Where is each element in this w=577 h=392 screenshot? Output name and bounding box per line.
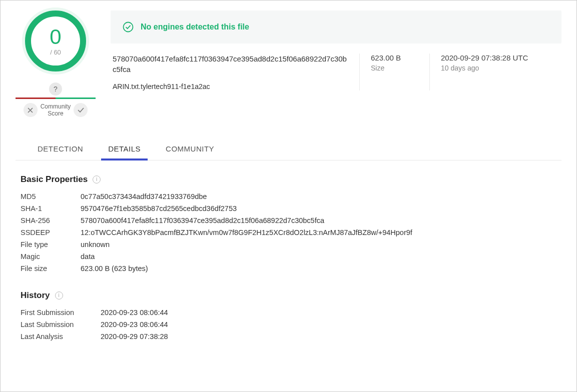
analysis-date-relative: 10 days ago [441, 64, 538, 72]
date-column: 2020-09-29 07:38:28 UTC 10 days ago [429, 54, 549, 90]
history-table: First Submission2020-09-23 08:06:44Last … [21, 308, 556, 340]
property-value: 0c77a50c373434adfd37421933769dbe [81, 192, 556, 200]
check-circle-icon [123, 22, 134, 32]
property-value: unknown [81, 240, 556, 248]
close-icon [28, 108, 33, 113]
history-section: History i First Submission2020-09-23 08:… [16, 290, 561, 340]
history-label: First Submission [21, 308, 101, 316]
history-label: Last Analysis [21, 332, 101, 340]
property-value: data [81, 252, 556, 260]
check-icon [78, 108, 84, 113]
tab-details[interactable]: DETAILS [106, 138, 143, 160]
banner-text: No engines detected this file [141, 22, 249, 32]
history-title: History [21, 290, 50, 300]
top-section: 0 / 60 ? Community Score [16, 10, 561, 118]
file-name: ARIN.txt.tylertech911-f1e1a2ac [113, 82, 349, 90]
property-label: SSDEEP [21, 228, 81, 236]
detection-total: / 60 [50, 48, 61, 56]
score-panel: 0 / 60 ? Community Score [16, 10, 96, 118]
detection-score-widget: 0 / 60 [25, 10, 86, 72]
property-label: File size [21, 264, 81, 272]
history-value: 2020-09-23 08:06:44 [101, 308, 556, 316]
status-banner: No engines detected this file [111, 10, 561, 44]
svg-point-0 [124, 22, 133, 32]
file-size: 623.00 B [371, 54, 408, 62]
community-score-block: ? Community Score [16, 82, 96, 118]
file-size-label: Size [371, 64, 408, 72]
analysis-date: 2020-09-29 07:38:28 UTC [441, 54, 538, 62]
page: 0 / 60 ? Community Score [0, 0, 577, 392]
tab-community[interactable]: COMMUNITY [164, 138, 216, 160]
detail-panel: No engines detected this file 578070a600… [111, 10, 561, 118]
community-row: Community Score [24, 103, 88, 118]
info-icon[interactable]: i [55, 292, 63, 300]
history-value: 2020-09-29 07:38:28 [101, 332, 556, 340]
property-label: File type [21, 240, 81, 248]
property-label: SHA-256 [21, 216, 81, 224]
property-value: 623.00 B (623 bytes) [81, 264, 556, 272]
history-label: Last Submission [21, 320, 101, 328]
detection-count: 0 [50, 26, 61, 48]
property-value: 578070a600f417efa8fc117f0363947ce395ad8d… [81, 216, 556, 224]
history-value: 2020-09-23 08:06:44 [101, 320, 556, 328]
upvote-button[interactable] [74, 103, 88, 117]
community-bar [16, 98, 96, 99]
history-header: History i [21, 290, 556, 300]
file-info-row: 578070a600f417efa8fc117f0363947ce395ad8d… [111, 44, 561, 96]
property-value: 9570476e7f1eb3585b87cd2565cedbcd36df2753 [81, 204, 556, 212]
basic-properties-table: MD50c77a50c373434adfd37421933769dbeSHA-1… [21, 192, 556, 272]
property-label: MD5 [21, 192, 81, 200]
downvote-button[interactable] [24, 103, 38, 117]
help-icon[interactable]: ? [49, 82, 62, 96]
property-value: 12:oTWCCArhGK3Y8bPacmfBZJTKwn/vm0w7f8G9F… [81, 228, 556, 236]
file-hash: 578070a600f417efa8fc117f0363947ce395ad8d… [113, 54, 349, 74]
basic-properties-title: Basic Properties [21, 174, 88, 184]
basic-properties-header: Basic Properties i [21, 174, 556, 184]
size-column: 623.00 B Size [359, 54, 419, 90]
property-label: SHA-1 [21, 204, 81, 212]
property-label: Magic [21, 252, 81, 260]
info-icon[interactable]: i [93, 176, 101, 184]
community-score-label: Community Score [41, 103, 71, 118]
tabs: DETECTION DETAILS COMMUNITY [16, 138, 561, 160]
hash-column: 578070a600f417efa8fc117f0363947ce395ad8d… [113, 54, 349, 90]
tab-detection[interactable]: DETECTION [36, 138, 85, 160]
basic-properties-section: Basic Properties i MD50c77a50c373434adfd… [16, 174, 561, 272]
